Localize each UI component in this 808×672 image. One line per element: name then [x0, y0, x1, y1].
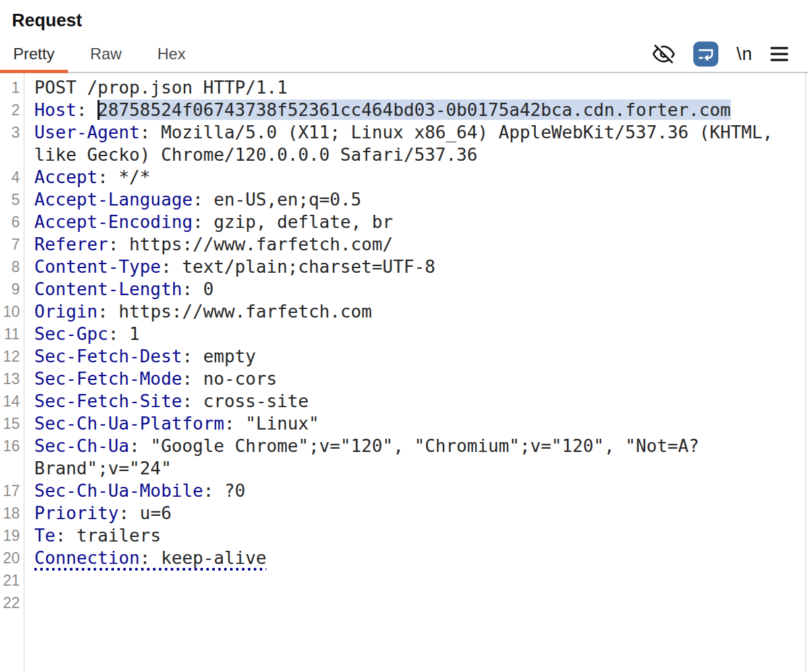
tab-raw[interactable]: Raw	[77, 45, 135, 72]
line-content[interactable]: Sec-Ch-Ua-Platform: "Linux"	[34, 412, 805, 435]
newline-label: \n	[736, 44, 753, 65]
line-content[interactable]: POST /prop.json HTTP/1.1	[34, 76, 805, 99]
line-content[interactable]: Connection: keep-alive	[34, 547, 805, 569]
word-wrap-toggle-icon[interactable]	[693, 42, 718, 67]
header-name: Sec-Fetch-Mode	[34, 368, 182, 389]
line-number: 20	[0, 547, 20, 569]
menu-icon[interactable]	[770, 45, 788, 63]
request-line: 6Accept-Encoding: gzip, deflate, br	[0, 211, 805, 233]
line-number: 2	[0, 99, 20, 121]
header-name: Te	[34, 525, 55, 546]
header-name: Content-Length	[34, 279, 182, 299]
header-value: : https://www.farfetch.com	[98, 301, 372, 322]
header-value: : u=6	[119, 503, 171, 523]
request-line: 16Sec-Ch-Ua: "Google Chrome";v="120", "C…	[0, 435, 805, 480]
line-content[interactable]: Sec-Ch-Ua: "Google Chrome";v="120", "Chr…	[34, 435, 805, 480]
header-name: Sec-Fetch-Site	[34, 391, 182, 411]
line-content[interactable]: Accept-Encoding: gzip, deflate, br	[34, 211, 805, 233]
line-number: 21	[0, 569, 20, 592]
request-line: 19Te: trailers	[0, 524, 805, 547]
line-number: 1	[0, 76, 20, 99]
line-number: 7	[0, 233, 20, 256]
line-number: 5	[0, 188, 20, 211]
header-value: : 0	[182, 279, 214, 299]
line-content[interactable]	[34, 569, 805, 592]
request-line: 22	[0, 592, 805, 614]
line-content[interactable]: Referer: https://www.farfetch.com/	[34, 233, 805, 256]
line-number: 9	[0, 278, 20, 300]
header-name: Content-Type	[34, 256, 161, 277]
header-value: : https://www.farfetch.com/	[108, 234, 393, 254]
line-content[interactable]: Accept-Language: en-US,en;q=0.5	[34, 188, 805, 211]
line-number: 12	[0, 345, 20, 368]
header-name: Sec-Ch-Ua	[34, 435, 129, 456]
line-number: 6	[0, 211, 20, 233]
header-name: Origin	[34, 301, 98, 322]
line-content[interactable]: Priority: u=6	[34, 502, 805, 524]
header-value: : cross-site	[182, 391, 308, 411]
line-number: 18	[0, 502, 20, 524]
request-line: 10Origin: https://www.farfetch.com	[0, 300, 805, 323]
tab-hex[interactable]: Hex	[144, 45, 199, 72]
selected-text: 28758524f06743738f52361cc464bd03-0b0175a…	[98, 99, 731, 120]
line-content[interactable]: Sec-Fetch-Dest: empty	[34, 345, 805, 368]
header-name: Host	[34, 99, 76, 120]
header-value: POST /prop.json HTTP/1.1	[34, 77, 287, 98]
header-name: Sec-Fetch-Dest	[34, 346, 182, 366]
line-content[interactable]: Sec-Fetch-Site: cross-site	[34, 390, 805, 412]
eye-off-icon[interactable]	[652, 43, 676, 65]
line-content[interactable]: Sec-Fetch-Mode: no-cors	[34, 368, 805, 390]
line-number: 4	[0, 166, 20, 188]
request-panel-header: Request	[0, 0, 808, 30]
line-number: 10	[0, 300, 20, 323]
request-editor[interactable]: 1POST /prop.json HTTP/1.12Host: 28758524…	[0, 73, 806, 672]
line-number: 11	[0, 323, 20, 345]
header-name: Sec-Ch-Ua-Platform	[34, 413, 224, 434]
header-value: : trailers	[55, 525, 161, 546]
header-value: : 1	[108, 323, 140, 344]
editor-lines: 1POST /prop.json HTTP/1.12Host: 28758524…	[0, 76, 805, 614]
request-line: 8Content-Type: text/plain;charset=UTF-8	[0, 256, 805, 278]
request-line: 11Sec-Gpc: 1	[0, 323, 805, 345]
line-number: 13	[0, 368, 20, 390]
header-name: Referer	[34, 234, 108, 254]
request-line: 3User-Agent: Mozilla/5.0 (X11; Linux x86…	[0, 121, 805, 166]
request-line: 15Sec-Ch-Ua-Platform: "Linux"	[0, 412, 805, 435]
line-content[interactable]: Sec-Gpc: 1	[34, 323, 805, 345]
line-content[interactable]	[34, 592, 805, 614]
header-name: Accept-Encoding	[34, 211, 192, 232]
request-line: 7Referer: https://www.farfetch.com/	[0, 233, 805, 256]
line-content[interactable]: Accept: */*	[34, 166, 805, 188]
header-value: : Mozilla/5.0 (X11; Linux x86_64) AppleW…	[34, 122, 784, 165]
line-content[interactable]: User-Agent: Mozilla/5.0 (X11; Linux x86_…	[34, 121, 805, 166]
editor-toolbar: \n	[652, 42, 788, 67]
line-content[interactable]: Host: 28758524f06743738f52361cc464bd03-0…	[34, 99, 805, 121]
line-number: 15	[0, 412, 20, 435]
request-line: 17Sec-Ch-Ua-Mobile: ?0	[0, 480, 805, 502]
header-name: Priority	[34, 503, 119, 523]
request-line: 2Host: 28758524f06743738f52361cc464bd03-…	[0, 99, 805, 121]
request-line: 18Priority: u=6	[0, 502, 805, 524]
header-name: Accept	[34, 167, 98, 187]
newline-toggle[interactable]: \n	[736, 44, 753, 65]
header-value: : ?0	[203, 480, 245, 501]
header-value: : keep-alive	[140, 547, 266, 568]
line-content[interactable]: Content-Length: 0	[34, 278, 805, 300]
line-content[interactable]: Sec-Ch-Ua-Mobile: ?0	[34, 480, 805, 502]
line-number: 16	[0, 435, 20, 457]
tab-pretty[interactable]: Pretty	[0, 45, 68, 72]
header-name: Accept-Language	[34, 189, 192, 210]
request-line: 13Sec-Fetch-Mode: no-cors	[0, 368, 805, 390]
request-line: 4Accept: */*	[0, 166, 805, 188]
line-number: 3	[0, 121, 20, 144]
request-line: 9Content-Length: 0	[0, 278, 805, 300]
header-value: : gzip, deflate, br	[192, 211, 393, 232]
header-value: : empty	[182, 346, 256, 366]
line-number: 14	[0, 390, 20, 412]
line-content[interactable]: Origin: https://www.farfetch.com	[34, 300, 805, 323]
line-content[interactable]: Content-Type: text/plain;charset=UTF-8	[34, 256, 805, 278]
request-line: 12Sec-Fetch-Dest: empty	[0, 345, 805, 368]
request-line: 21	[0, 569, 805, 592]
header-value: : "Linux"	[224, 413, 319, 434]
line-content[interactable]: Te: trailers	[34, 524, 805, 547]
